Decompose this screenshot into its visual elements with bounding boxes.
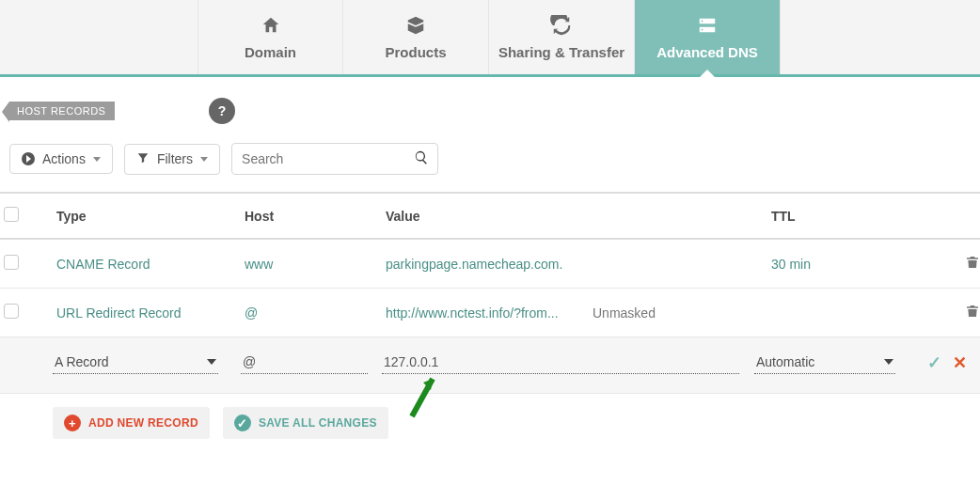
host-input[interactable] — [241, 351, 368, 374]
footer-actions: + ADD NEW RECORD ✓ SAVE ALL CHANGES — [0, 394, 980, 462]
search-icon[interactable] — [414, 150, 429, 168]
box-icon — [403, 15, 428, 39]
col-value: Value — [382, 209, 589, 224]
section-header: HOST RECORDS ? — [0, 77, 980, 133]
share-icon — [549, 15, 574, 39]
filters-label: Filters — [157, 151, 193, 166]
save-label: SAVE ALL CHANGES — [259, 416, 377, 430]
toolbar: Actions Filters — [0, 133, 980, 192]
type-value: A Record — [55, 354, 109, 369]
chevron-down-icon — [93, 157, 101, 162]
host-records-label: HOST RECORDS — [9, 102, 115, 120]
plus-icon: + — [64, 415, 81, 431]
tab-domain[interactable]: Domain — [198, 0, 343, 74]
tab-label: Sharing & Transfer — [498, 44, 624, 60]
cell-type[interactable]: URL Redirect Record — [53, 305, 241, 321]
col-type: Type — [53, 209, 241, 224]
type-select[interactable]: A Record — [53, 351, 218, 374]
row-checkbox[interactable] — [4, 255, 19, 270]
ttl-select[interactable]: Automatic — [754, 351, 895, 374]
table-row: CNAME Record www parkingpage.namecheap.c… — [0, 240, 980, 289]
cell-value[interactable]: http://www.nctest.info/?from... — [382, 305, 589, 321]
tab-products[interactable]: Products — [343, 0, 489, 74]
tab-advanced-dns[interactable]: Advanced DNS — [635, 0, 781, 74]
ttl-value: Automatic — [756, 354, 814, 369]
filters-button[interactable]: Filters — [124, 144, 220, 175]
add-label: ADD NEW RECORD — [88, 416, 198, 430]
tab-sharing[interactable]: Sharing & Transfer — [489, 0, 635, 74]
play-icon — [22, 152, 35, 165]
actions-button[interactable]: Actions — [9, 144, 113, 174]
cell-value[interactable]: parkingpage.namecheap.com. — [382, 257, 589, 272]
confirm-icon[interactable]: ✓ — [927, 352, 941, 373]
tab-label: Advanced DNS — [656, 44, 758, 60]
check-icon: ✓ — [234, 415, 251, 431]
table-row: URL Redirect Record @ http://www.nctest.… — [0, 289, 980, 337]
cell-host[interactable]: @ — [241, 305, 382, 321]
add-new-record-button[interactable]: + ADD NEW RECORD — [53, 407, 210, 439]
delete-row-button[interactable] — [961, 255, 980, 273]
cancel-icon[interactable]: ✕ — [953, 352, 967, 373]
server-icon — [695, 15, 719, 39]
actions-label: Actions — [42, 151, 86, 166]
cell-host[interactable]: www — [241, 257, 382, 272]
col-host: Host — [241, 209, 382, 224]
cell-extra: Unmasked — [589, 305, 767, 321]
col-ttl: TTL — [767, 209, 927, 224]
tab-label: Products — [385, 44, 446, 60]
tab-label: Domain — [245, 44, 296, 60]
top-tabs: Domain Products Sharing & Transfer Advan… — [0, 0, 980, 77]
cell-type[interactable]: CNAME Record — [53, 257, 241, 272]
chevron-down-icon — [884, 359, 893, 365]
chevron-down-icon — [200, 157, 208, 162]
row-checkbox[interactable] — [4, 304, 19, 319]
select-all-checkbox[interactable] — [4, 207, 19, 222]
value-input[interactable] — [382, 351, 739, 374]
search-wrap — [231, 143, 438, 175]
chevron-down-icon — [207, 359, 216, 365]
search-input[interactable] — [231, 143, 438, 175]
delete-row-button[interactable] — [961, 304, 980, 321]
funnel-icon — [136, 151, 150, 167]
records-table: Type Host Value TTL CNAME Record www par… — [0, 192, 980, 394]
cell-ttl[interactable]: 30 min — [767, 257, 927, 272]
edit-row: A Record Automatic ✓ ✕ — [0, 337, 980, 394]
home-icon — [259, 15, 283, 39]
save-all-changes-button[interactable]: ✓ SAVE ALL CHANGES — [223, 407, 388, 439]
table-header: Type Host Value TTL — [0, 192, 980, 240]
help-icon[interactable]: ? — [209, 98, 235, 124]
